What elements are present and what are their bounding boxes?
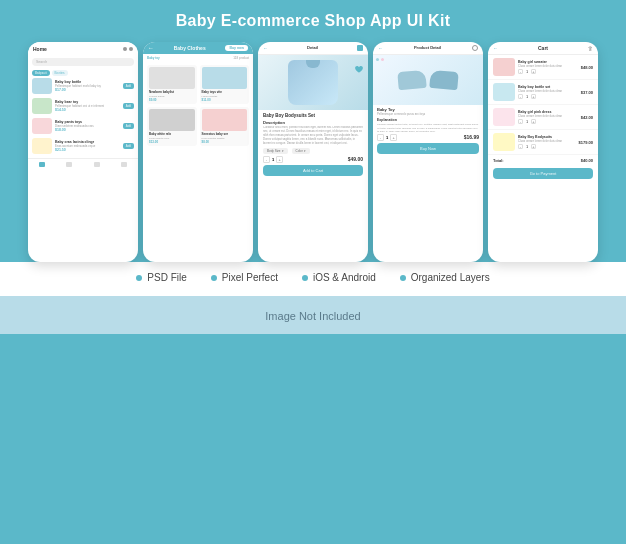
- page-title: Baby E-commerce Shop App UI Kit: [176, 12, 451, 30]
- product-detail-title: Baby Boy Bodysuits Set: [263, 113, 363, 118]
- decrease-qty-button[interactable]: -: [518, 144, 523, 149]
- list-item[interactable]: Baby white relo Proin lobortis eros $13.…: [147, 107, 197, 146]
- product-info: Baby boy bottle Pellentesque habitant mo…: [55, 80, 120, 92]
- add-to-cart-button[interactable]: Add: [123, 123, 134, 129]
- cart-qty-control: - 1 +: [518, 144, 576, 149]
- list-grid: Newborn babylist Cronus bands $9.00 Baby…: [143, 62, 253, 149]
- cart-qty-control: - 1 +: [518, 94, 578, 99]
- not-included-section: Image Not Included: [0, 296, 626, 334]
- feature-psd: PSD File: [136, 272, 186, 283]
- buy-now-button[interactable]: Buy now: [225, 45, 248, 51]
- explanation-text: Curabus blandit luctus torte, sit amet o…: [377, 123, 479, 134]
- qty-value: 1: [386, 135, 388, 140]
- top-section: Baby E-commerce Shop App UI Kit Home Sea…: [0, 0, 626, 262]
- dot: [376, 58, 379, 61]
- list-item[interactable]: Senectus baby ser Proin lobortis sagitti…: [200, 107, 250, 146]
- list-item-price: $8.00: [202, 140, 248, 144]
- home-nav-icon[interactable]: [39, 162, 45, 167]
- back-button[interactable]: ←: [263, 45, 268, 51]
- decrease-qty-button[interactable]: -: [518, 69, 523, 74]
- cart-item-price: $37.00: [581, 90, 593, 95]
- list-item: Baby boy bottle Pellentesque habitant mo…: [32, 78, 134, 94]
- feature-label: Pixel Perfect: [222, 272, 278, 283]
- qty-value: 1: [524, 120, 530, 124]
- cat-tab-babysuit[interactable]: Babysuit: [32, 70, 50, 76]
- phone-cart: ← Cart 🗑 Baby girl sweater Cluca ornare …: [488, 42, 598, 262]
- shoe-left: [397, 70, 426, 90]
- product-image: [32, 98, 52, 114]
- body-size-select[interactable]: Body Size ▾: [263, 148, 288, 154]
- cart-total-row: Total: $40.00: [488, 155, 598, 166]
- product-image: [32, 118, 52, 134]
- product-image: [32, 78, 52, 94]
- decrease-qty-button[interactable]: -: [518, 119, 523, 124]
- description-title: Description: [263, 120, 363, 125]
- category-tabs: Babysuit Booties: [28, 68, 138, 78]
- decrease-qty-button[interactable]: -: [518, 94, 523, 99]
- add-to-cart-button[interactable]: Add: [123, 83, 134, 89]
- list-item[interactable]: Newborn babylist Cronus bands $9.00: [147, 65, 197, 104]
- search-icon[interactable]: [472, 45, 478, 51]
- increase-qty-button[interactable]: +: [531, 94, 536, 99]
- list-back-icon[interactable]: ←: [148, 45, 154, 51]
- cart-title: Cart: [538, 45, 548, 51]
- add-to-cart-button[interactable]: Add to Cart: [263, 165, 363, 176]
- home-search-bar[interactable]: Search: [32, 58, 134, 66]
- qty-value: 1: [272, 157, 274, 162]
- decrease-qty-button[interactable]: -: [263, 156, 270, 163]
- list-item: Baby girl pink dress Cluca ornare lorem …: [488, 105, 598, 130]
- size-color-row: Body Size ▾ Color ▾: [263, 148, 363, 154]
- cart-nav-icon[interactable]: [94, 162, 100, 167]
- phones-container: Home Search Babysuit Booties Baby boy bo…: [10, 42, 616, 262]
- feature-label: iOS & Android: [313, 272, 376, 283]
- back-button[interactable]: ←: [493, 45, 498, 51]
- color-select[interactable]: Color ▾: [292, 148, 310, 154]
- chevron-down-icon: ▾: [304, 149, 306, 153]
- cart-item-info: Baby boy bottle set Cluca ornare lorem d…: [518, 85, 578, 100]
- heart-icon[interactable]: [355, 59, 363, 77]
- quantity-stepper: - 1 +: [377, 134, 397, 141]
- product-description: Curabitur arcu enim, porttitor nisi bibh…: [263, 126, 363, 146]
- cart-item-sub: Cluca ornare lorem dolor duis clean: [518, 139, 576, 143]
- cart-item-price: $179.00: [579, 140, 593, 145]
- increase-qty-button[interactable]: +: [390, 134, 397, 141]
- profile-nav-icon[interactable]: [121, 162, 127, 167]
- increase-qty-button[interactable]: +: [531, 144, 536, 149]
- list-item[interactable]: Baby toys vite Labori creates $11.00: [200, 65, 250, 104]
- list-item-price: $9.00: [149, 98, 195, 102]
- search-nav-icon[interactable]: [66, 162, 72, 167]
- increase-qty-button[interactable]: +: [531, 69, 536, 74]
- qty-price-row: - 1 + $49.00: [263, 156, 363, 163]
- cart-item-sub: Cluca ornare lorem dolor duis clean: [518, 64, 578, 68]
- list-item-image: [149, 109, 195, 131]
- home-header-icons: [123, 47, 133, 51]
- list-item-price: $13.00: [149, 140, 195, 144]
- product-info: Baby cras lacinia clingr Enas acontum ma…: [55, 140, 120, 152]
- product-price: $14.50: [55, 108, 120, 112]
- list-item-image: [202, 109, 248, 131]
- decrease-qty-button[interactable]: -: [377, 134, 384, 141]
- dots-decoration: [376, 58, 384, 61]
- bookmark-icon[interactable]: [357, 45, 363, 51]
- product-price: $16.99: [464, 134, 479, 140]
- add-to-cart-button[interactable]: Add: [123, 143, 134, 149]
- product-detail-header: ← Detail: [258, 42, 368, 55]
- cat-tab-booties[interactable]: Booties: [52, 70, 68, 76]
- buy-now-button[interactable]: Buy Now: [377, 143, 479, 154]
- phone-home-header: Home: [28, 42, 138, 56]
- delete-icon[interactable]: 🗑: [588, 45, 593, 51]
- cart-item-image: [493, 108, 515, 126]
- go-payment-button[interactable]: Go to Payment: [493, 168, 593, 179]
- product-price: $18.00: [55, 128, 120, 132]
- add-to-cart-button[interactable]: Add: [123, 103, 134, 109]
- increase-qty-button[interactable]: +: [276, 156, 283, 163]
- features-row: PSD File Pixel Perfect iOS & Android Org…: [20, 272, 606, 283]
- back-button[interactable]: ←: [378, 45, 383, 51]
- increase-qty-button[interactable]: +: [531, 119, 536, 124]
- feature-label: Organized Layers: [411, 272, 490, 283]
- feature-label: PSD File: [147, 272, 186, 283]
- cart-qty-control: - 1 +: [518, 69, 578, 74]
- home-title: Home: [33, 46, 47, 52]
- feature-pixel: Pixel Perfect: [211, 272, 278, 283]
- bottom-nav: [28, 158, 138, 170]
